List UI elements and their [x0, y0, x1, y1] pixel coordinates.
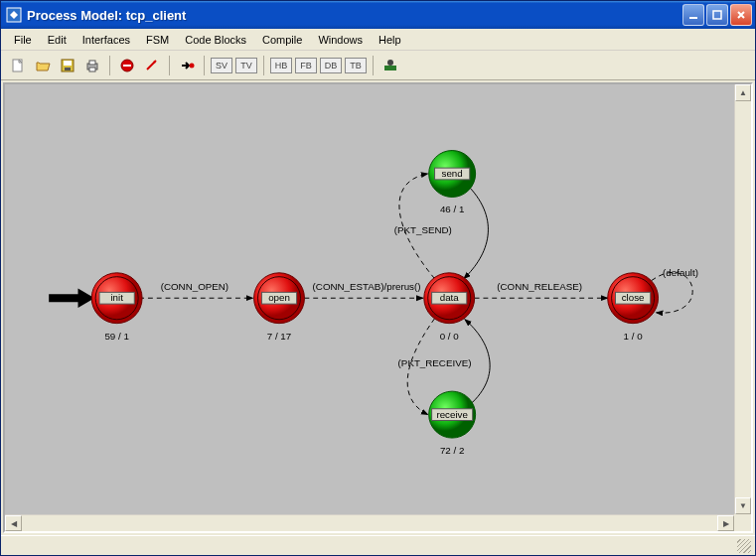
save-button[interactable] — [57, 55, 78, 76]
scroll-down-icon[interactable]: ▼ — [735, 497, 751, 514]
compile-button[interactable] — [379, 55, 401, 76]
app-icon — [6, 7, 22, 23]
content-area: (CONN_OPEN) (CONN_ESTAB)/prerus() (CONN_… — [3, 82, 753, 533]
menu-interfaces[interactable]: Interfaces — [75, 32, 138, 48]
new-button[interactable] — [7, 55, 29, 76]
transition-send-data[interactable] — [464, 187, 489, 279]
state-send-stats: 46 / 1 — [440, 204, 464, 214]
tb-button[interactable]: TB — [345, 58, 367, 73]
horizontal-scrollbar[interactable]: ◀ ▶ — [5, 514, 734, 531]
menu-windows[interactable]: Windows — [310, 32, 371, 48]
statusbar — [1, 535, 755, 555]
toolbar-separator — [263, 56, 264, 75]
state-close-label: close — [622, 292, 645, 303]
svg-rect-11 — [123, 65, 131, 67]
resize-gripper-icon[interactable] — [737, 539, 751, 553]
state-data-stats: 0 / 0 — [440, 331, 460, 342]
maximize-button[interactable] — [706, 4, 728, 26]
toolbar-separator — [204, 56, 205, 75]
scroll-corner — [734, 514, 751, 531]
minimize-button[interactable] — [682, 4, 704, 26]
transition-label-data-receive: (PKT_RECEIVE) — [398, 357, 472, 368]
state-receive-stats: 72 / 2 — [440, 445, 464, 456]
toolbar-separator — [373, 56, 374, 75]
transition-label-open-data: (CONN_ESTAB)/prerus() — [313, 281, 421, 292]
state-open[interactable]: open 7 / 17 — [254, 273, 305, 343]
create-state-button[interactable] — [116, 55, 138, 76]
scroll-up-icon[interactable]: ▲ — [735, 84, 751, 101]
initial-arrow — [49, 288, 94, 308]
state-open-stats: 7 / 17 — [267, 331, 291, 342]
state-data[interactable]: data 0 / 0 — [424, 273, 475, 343]
transition-label-data-send: (PKT_SEND) — [394, 224, 452, 235]
scroll-right-icon[interactable]: ▶ — [717, 515, 734, 531]
db-button[interactable]: DB — [320, 58, 342, 73]
state-receive[interactable]: receive 72 / 2 — [429, 391, 476, 456]
menu-fsm[interactable]: FSM — [138, 32, 177, 48]
state-send[interactable]: send 46 / 1 — [429, 151, 476, 215]
svg-rect-13 — [384, 66, 396, 70]
toolbar-separator — [109, 56, 110, 75]
app-window: Process Model: tcp_client File Edit Inte… — [0, 0, 756, 556]
titlebar[interactable]: Process Model: tcp_client — [1, 1, 755, 29]
svg-rect-6 — [65, 68, 71, 70]
menu-edit[interactable]: Edit — [40, 32, 75, 48]
close-button[interactable] — [730, 4, 752, 26]
state-open-label: open — [268, 292, 290, 303]
svg-rect-8 — [89, 61, 95, 65]
state-init[interactable]: init 59 / 1 — [91, 273, 142, 343]
transition-label-close-default: (default) — [663, 267, 698, 278]
svg-point-14 — [387, 60, 393, 66]
fsm-diagram[interactable]: (CONN_OPEN) (CONN_ESTAB)/prerus() (CONN_… — [5, 84, 734, 531]
window-title: Process Model: tcp_client — [27, 8, 682, 23]
state-init-stats: 59 / 1 — [104, 331, 128, 342]
svg-point-12 — [190, 63, 195, 68]
print-button[interactable] — [81, 55, 103, 76]
toolbar-separator — [169, 56, 170, 75]
tv-button[interactable]: TV — [235, 58, 257, 73]
sv-button[interactable]: SV — [211, 58, 232, 73]
state-init-label: init — [110, 292, 123, 303]
fb-button[interactable]: FB — [295, 58, 317, 73]
menu-help[interactable]: Help — [371, 32, 409, 48]
svg-rect-1 — [689, 17, 697, 19]
scroll-left-icon[interactable]: ◀ — [5, 515, 22, 531]
toolbar: SV TV HB FB DB TB — [1, 51, 755, 80]
fsm-canvas[interactable]: (CONN_OPEN) (CONN_ESTAB)/prerus() (CONN_… — [5, 84, 734, 531]
state-receive-label: receive — [436, 409, 467, 420]
vertical-scrollbar[interactable]: ▲ ▼ — [734, 84, 751, 514]
transition-label-data-close: (CONN_RELEASE) — [497, 281, 582, 292]
state-close[interactable]: close 1 / 0 — [608, 273, 659, 343]
menu-compile[interactable]: Compile — [254, 32, 310, 48]
state-data-label: data — [440, 292, 460, 303]
open-button[interactable] — [32, 55, 54, 76]
create-transition-button[interactable] — [141, 55, 163, 76]
state-close-stats: 1 / 0 — [624, 331, 644, 342]
transition-label-init-open: (CONN_OPEN) — [161, 281, 228, 292]
state-send-label: send — [442, 168, 463, 179]
svg-rect-2 — [713, 11, 721, 19]
svg-rect-5 — [64, 61, 72, 66]
hb-button[interactable]: HB — [270, 58, 292, 73]
menu-file[interactable]: File — [6, 32, 40, 48]
menubar: File Edit Interfaces FSM Code Blocks Com… — [1, 29, 755, 51]
svg-rect-9 — [89, 68, 95, 71]
menu-code-blocks[interactable]: Code Blocks — [177, 32, 254, 48]
set-initial-button[interactable] — [176, 55, 198, 76]
